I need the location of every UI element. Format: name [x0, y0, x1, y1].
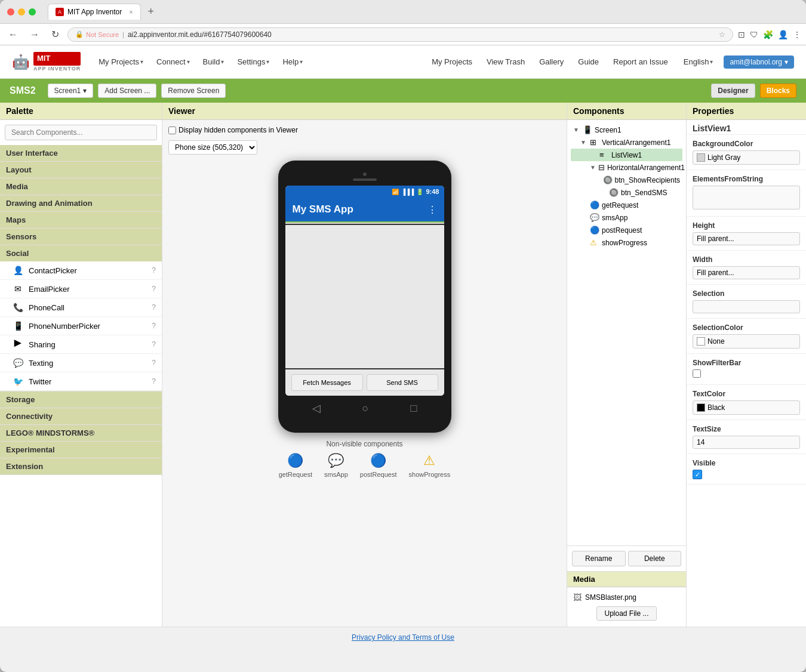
palette-item-emailpicker[interactable]: ✉ EmailPicker ? [0, 280, 162, 298]
palette-item-contactpicker[interactable]: 👤 ContactPicker ? [0, 261, 162, 280]
tree-item-postrequest[interactable]: 🔵 postRequest [571, 224, 682, 236]
nav-language[interactable]: English ▾ [678, 54, 719, 70]
close-button[interactable] [7, 8, 14, 16]
tree-item-smsapp[interactable]: 💬 smsApp [571, 211, 682, 224]
rename-button[interactable]: Rename [572, 551, 626, 566]
user-menu[interactable]: amit@labnol.org ▾ [724, 56, 794, 69]
palette-section-user-interface: User Interface [0, 145, 162, 162]
app-header: 🤖 MIT APP INVENTOR My Projects ▾ Connect… [0, 45, 806, 79]
bookmark-icon[interactable]: ⊡ [738, 30, 745, 39]
nav-build[interactable]: Build ▾ [197, 54, 230, 70]
palette-section-header-sensors[interactable]: Sensors [0, 229, 162, 245]
selection-input[interactable] [693, 300, 800, 313]
shield-icon[interactable]: 🛡 [750, 30, 758, 39]
palette-section-header-social[interactable]: Social [0, 245, 162, 261]
selectioncolor-value[interactable]: None [693, 334, 800, 349]
screen-selector[interactable]: Screen1 ▾ [48, 84, 94, 98]
reload-button[interactable]: ↻ [48, 27, 63, 41]
extensions-icon[interactable]: 🧩 [763, 30, 773, 39]
tree-item-horizontalarrangement[interactable]: ▼ ⊟ HorizontalArrangement1 [571, 161, 682, 174]
showfilterbar-checkbox[interactable] [693, 369, 701, 378]
visible-checkbox[interactable]: ✓ [693, 470, 702, 479]
phone-menu-dots[interactable]: ⋮ [427, 204, 437, 215]
chevron-down-icon: ▾ [221, 58, 224, 65]
listview1-icon: ≡ [599, 150, 609, 159]
phone-home-button[interactable]: ○ [362, 402, 369, 415]
nav-help[interactable]: Help ▾ [276, 54, 309, 70]
remove-screen-button[interactable]: Remove Screen [161, 84, 226, 98]
add-screen-button[interactable]: Add Screen ... [98, 84, 156, 98]
nav-gallery[interactable]: Gallery [534, 55, 568, 69]
smsapp-icon: 💬 [328, 453, 344, 468]
palette-section-header-maps[interactable]: Maps [0, 212, 162, 228]
menu-icon[interactable]: ⋮ [793, 30, 801, 39]
palette-section-header-lego[interactable]: LEGO® MINDSTORMS® [0, 425, 162, 441]
palette-item-twitter[interactable]: 🐦 Twitter ? [0, 372, 162, 391]
delete-button[interactable]: Delete [628, 551, 682, 566]
phone-container: 📶 ▐▐▐ 🔋 9:48 My SMS App ⋮ [168, 161, 561, 478]
palette-item-texting[interactable]: 💬 Texting ? [0, 354, 162, 372]
phone-recent-button[interactable]: □ [411, 402, 417, 415]
palette-section-header-storage[interactable]: Storage [0, 392, 162, 408]
nav-connect[interactable]: Connect ▾ [150, 54, 195, 70]
prop-selectioncolor: SelectionColor None [687, 319, 806, 354]
tree-item-getrequest[interactable]: 🔵 getRequest [571, 199, 682, 211]
nav-report[interactable]: Report an Issue [608, 55, 673, 69]
maximize-button[interactable] [29, 8, 36, 16]
fetch-messages-button[interactable]: Fetch Messages [291, 374, 363, 391]
width-input[interactable] [693, 266, 800, 279]
expand-icon: ▼ [580, 139, 587, 146]
footer-link[interactable]: Privacy Policy and Terms of Use [352, 633, 454, 642]
height-input[interactable] [693, 232, 800, 245]
backgroundcolor-value[interactable]: Light Gray [693, 150, 800, 165]
textsize-input[interactable] [693, 436, 800, 449]
palette-item-sharing[interactable]: ◀ Sharing ? [0, 335, 162, 354]
nav-my-projects2[interactable]: My Projects [427, 55, 477, 69]
palette-item-phonecall[interactable]: 📞 PhoneCall ? [0, 298, 162, 317]
palette-section-maps: Maps [0, 212, 162, 229]
search-input[interactable] [5, 125, 157, 140]
tree-item-showprogress[interactable]: ⚠ showProgress [571, 236, 682, 249]
account-icon[interactable]: 👤 [778, 30, 788, 39]
security-icon: 🔒 [75, 30, 84, 38]
star-icon[interactable]: ☆ [719, 30, 725, 39]
palette-item-phonenumberpicker[interactable]: 📱 PhoneNumberPicker ? [0, 317, 162, 335]
minimize-button[interactable] [18, 8, 25, 16]
hidden-components-checkbox[interactable] [168, 127, 176, 134]
nav-view-trash[interactable]: View Trash [482, 55, 530, 69]
nav-settings[interactable]: Settings ▾ [231, 54, 275, 70]
smsapp-icon: 💬 [590, 213, 599, 222]
new-tab-button[interactable]: + [148, 5, 155, 18]
palette-section-header-drawing[interactable]: Drawing and Animation [0, 195, 162, 211]
back-button[interactable]: ← [5, 28, 21, 41]
palette-section-header-layout[interactable]: Layout [0, 162, 162, 178]
send-sms-button[interactable]: Send SMS [367, 374, 438, 391]
tree-item-btn-showrecipients[interactable]: 🔘 btn_ShowRecipients [571, 174, 682, 186]
palette-section-header-connectivity[interactable]: Connectivity [0, 408, 162, 424]
address-box[interactable]: 🔒 Not Secure | ai2.appinventor.mit.edu/#… [67, 27, 733, 42]
tree-item-listview1[interactable]: ≡ ListView1 [571, 149, 682, 161]
palette-section-header-media[interactable]: Media [0, 178, 162, 195]
phone-nav-bar: ◁ ○ □ [285, 396, 444, 421]
tab-close-icon[interactable]: × [129, 8, 133, 16]
designer-button[interactable]: Designer [711, 84, 755, 98]
elementsfromstring-input[interactable] [693, 186, 800, 209]
phone-back-button[interactable]: ◁ [312, 402, 321, 415]
browser-tab[interactable]: A MIT App Inventor × [48, 4, 141, 20]
forward-button[interactable]: → [26, 28, 43, 41]
properties-panel: Properties ListView1 BackgroundColor Lig… [687, 103, 806, 627]
textcolor-value[interactable]: Black [693, 400, 800, 415]
tree-item-screen1[interactable]: ▼ 📱 Screen1 [571, 124, 682, 136]
palette-section-header-extension[interactable]: Extension [0, 458, 162, 474]
media-section: Media 🖼 SMSBlaster.png Upload File ... [567, 571, 686, 627]
blocks-button[interactable]: Blocks [760, 84, 796, 98]
phone-size-select[interactable]: Phone size (505,320) [168, 140, 257, 155]
tree-item-verticalarrangement[interactable]: ▼ ⊞ VerticalArrangement1 [571, 136, 682, 149]
upload-file-button[interactable]: Upload File ... [596, 606, 656, 621]
nav-guide[interactable]: Guide [573, 55, 604, 69]
nav-my-projects[interactable]: My Projects ▾ [93, 54, 149, 70]
prop-textcolor: TextColor Black [687, 385, 806, 420]
tree-item-btn-sendsms[interactable]: 🔘 btn_SendSMS [571, 186, 682, 199]
palette-section-header-experimental[interactable]: Experimental [0, 442, 162, 458]
palette-section-header-user-interface[interactable]: User Interface [0, 145, 162, 161]
